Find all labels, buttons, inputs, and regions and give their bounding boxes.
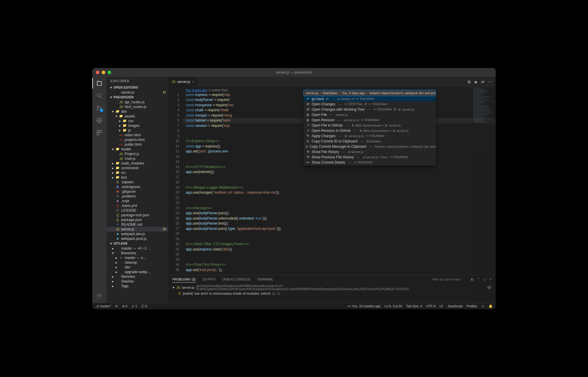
gitlens-section[interactable]: ▾GITLENS bbox=[106, 241, 168, 246]
code-line[interactable] bbox=[183, 200, 496, 206]
status-formatter[interactable]: Prettier bbox=[467, 304, 477, 308]
maximize-window-button[interactable] bbox=[108, 71, 111, 74]
dropdown-item[interactable]: 🗎Open File—server.js bbox=[303, 112, 436, 117]
minimize-window-button[interactable] bbox=[102, 71, 105, 74]
tree-item[interactable]: ▸📁test bbox=[106, 175, 168, 180]
tree-item[interactable]: JShtml_routes.js bbox=[106, 104, 168, 109]
tree-item[interactable]: ▾📁assets bbox=[106, 114, 168, 119]
settings-icon[interactable] bbox=[96, 292, 103, 299]
tab-debug-console[interactable]: DEBUG CONSOLE bbox=[222, 276, 250, 282]
close-window-button[interactable] bbox=[96, 71, 99, 74]
code-line[interactable] bbox=[183, 231, 496, 237]
tree-item[interactable]: ▸📁js bbox=[106, 128, 168, 133]
tree-item[interactable]: ▸cleanup bbox=[106, 260, 168, 265]
dropdown-item[interactable]: ✎Apply Changes—🗎 server.js in ⊷ 83a3ddae bbox=[303, 133, 436, 139]
tree-item[interactable]: ▸upgrade-webp… bbox=[106, 270, 168, 274]
tree-item[interactable]: ▸Stashes bbox=[106, 279, 168, 284]
code-line[interactable]: //===Static Files, CSS,Images,Fonts=== bbox=[183, 242, 496, 247]
split-editor-icon[interactable]: ⧉ bbox=[468, 79, 471, 84]
code-line[interactable] bbox=[183, 180, 496, 185]
code-line[interactable] bbox=[183, 237, 496, 242]
tree-item[interactable]: JSProject.js bbox=[106, 152, 168, 156]
dropdown-item[interactable]: ↗Open File in GitHub—🗎 Alek-S/pseudozen … bbox=[303, 123, 436, 128]
dropdown-item[interactable]: ↩go back ↩—to details of ⊷ 83a3ddae bbox=[303, 96, 436, 102]
code-line[interactable]: app.use(morgan(':method :url :status - :… bbox=[183, 190, 496, 195]
command-picker-input[interactable]: server.js• 83a3ddae• You, 6 days ago• ba… bbox=[303, 90, 436, 96]
tree-item[interactable]: ◆.gitignore bbox=[106, 189, 168, 194]
tree-item[interactable]: JSapi_routes.js bbox=[106, 100, 168, 104]
tree-item[interactable]: ▸📁node_modules bbox=[106, 161, 168, 166]
code-line[interactable]: app.use(helmet()); bbox=[183, 170, 496, 175]
dropdown-item[interactable]: 🗎Open Revision—server.js in ⊷ 83a3ddae bbox=[303, 117, 436, 123]
tree-item[interactable]: ▾README.md bbox=[106, 222, 168, 227]
tree-item[interactable]: ⚙.prettierrc bbox=[106, 194, 168, 199]
tree-item[interactable]: ▾Branches bbox=[106, 251, 168, 255]
status-encoding[interactable]: UTF-8 bbox=[426, 304, 435, 308]
code-line[interactable]: //===Parsing=== bbox=[183, 206, 496, 211]
code-line[interactable]: //===Morgan Logger Middleware=== bbox=[183, 185, 496, 190]
close-tab-icon[interactable]: × bbox=[192, 80, 194, 84]
tree-item[interactable]: ▸dev bbox=[106, 265, 168, 270]
tree-item[interactable]: ◆webpack.dev.js bbox=[106, 232, 168, 236]
code-line[interactable]: app.use(bodyParser.text()); bbox=[183, 221, 496, 226]
dropdown-item[interactable]: ⟲Show Previous File History—of server.js… bbox=[303, 155, 436, 160]
dropdown-item[interactable]: ⎘Copy Commit ID to Clipboard—83a3ddae bbox=[303, 139, 436, 144]
scm-icon[interactable]: 1 bbox=[96, 104, 103, 112]
tree-item[interactable]: ◆.snyk bbox=[106, 199, 168, 203]
tree-item[interactable]: {}package-lock.json bbox=[106, 213, 168, 217]
extensions-icon[interactable] bbox=[96, 129, 103, 136]
tree-item[interactable]: ◆webpack.prod.js bbox=[106, 236, 168, 241]
status-branch[interactable]: ⎇ master* bbox=[95, 304, 111, 308]
dropdown-item[interactable]: ⊷Show Commit Details—⊷ 83a3ddae bbox=[303, 160, 436, 165]
status-position[interactable]: Ln 6, Col 34 bbox=[385, 304, 402, 308]
code-line[interactable] bbox=[183, 175, 496, 180]
problem-item[interactable]: ⊘ [eslint] 'use strict' is unnecessary i… bbox=[172, 291, 492, 296]
status-feedback-icon[interactable]: ☺ bbox=[481, 304, 485, 308]
diff-icon[interactable]: ◈ bbox=[474, 79, 477, 84]
code-line[interactable] bbox=[183, 257, 496, 263]
code-line[interactable]: app.use(bodyParser.json()); bbox=[183, 211, 496, 216]
open-editors-section[interactable]: ▾OPEN EDITORS bbox=[106, 85, 168, 90]
code-line[interactable]: app.set('trust proxy', 1); bbox=[183, 268, 496, 273]
status-info[interactable]: ⓘ 0 bbox=[141, 304, 147, 308]
explorer-icon[interactable] bbox=[96, 80, 103, 87]
status-bell-icon[interactable]: 🔔 bbox=[489, 304, 493, 308]
tree-item[interactable]: B.babelrc bbox=[106, 180, 168, 185]
status-blame[interactable]: ⊷ You, 10 months ago bbox=[348, 304, 380, 308]
tree-item[interactable]: ▸Tags bbox=[106, 284, 168, 288]
dropdown-item[interactable]: ⇄Open Changes with Working Tree—⊷ 83a3dd… bbox=[303, 107, 436, 112]
dropdown-item[interactable]: ⎘Copy Commit Message to Clipboard—babelr… bbox=[303, 144, 436, 149]
minimap[interactable] bbox=[472, 87, 496, 303]
tab-problems[interactable]: PROBLEMS1 bbox=[172, 276, 196, 283]
code-line[interactable]: app.use(bodyParser.urlencoded({ extended… bbox=[183, 216, 496, 221]
status-errors[interactable]: ⊘ 0 bbox=[122, 304, 127, 308]
tree-item[interactable]: <>index.html bbox=[106, 133, 168, 137]
tree-item[interactable]: {}.travis.yml bbox=[106, 203, 168, 208]
search-icon[interactable] bbox=[96, 92, 103, 99]
panel-filter-input[interactable] bbox=[432, 278, 465, 281]
code-line[interactable]: //===Trust First Proxy=== bbox=[183, 262, 496, 268]
status-language[interactable]: JavaScript bbox=[447, 304, 462, 308]
tree-item[interactable]: ▾📁model bbox=[106, 147, 168, 152]
code-line[interactable]: app.use(bodyParser.json({ type: 'applica… bbox=[183, 226, 496, 232]
code-line[interactable] bbox=[183, 252, 496, 257]
problem-file[interactable]: ▾ JS server.js git:/Users/noradbase/Drop… bbox=[172, 284, 492, 291]
codelens[interactable]: You, 6 days ago | 1 author (You) bbox=[186, 88, 228, 93]
status-warnings[interactable]: ⚠ 1 bbox=[131, 304, 137, 308]
tree-item[interactable]: ◉.eslintignore bbox=[106, 185, 168, 189]
tree-item[interactable]: ▸✓master ↔ o… bbox=[106, 255, 168, 260]
code-line[interactable] bbox=[183, 195, 496, 201]
status-sync[interactable]: ⟳ bbox=[115, 304, 118, 308]
tree-item[interactable]: ▸📁css bbox=[106, 119, 168, 123]
tree-item[interactable]: server.jsM bbox=[106, 90, 168, 95]
tree-item[interactable]: ▸master ↔ +0 ~1 … bbox=[106, 246, 168, 251]
dropdown-item[interactable]: ⇄Open Changes—⊷ 323575ac ⇄ ⊷ 83a3ddae bbox=[303, 102, 436, 107]
debug-icon[interactable] bbox=[96, 117, 103, 124]
dropdown-item[interactable]: ⟲Show File History—of server.js bbox=[303, 149, 436, 155]
tree-item[interactable]: ▸📁images bbox=[106, 123, 168, 128]
tree-item[interactable]: JSUser.js bbox=[106, 156, 168, 161]
code-line[interactable]: app.use(express.static('dist')); bbox=[183, 247, 496, 252]
tree-item[interactable]: <>projects.html bbox=[106, 137, 168, 142]
tab-output[interactable]: OUTPUT bbox=[203, 276, 216, 282]
tab-server-js[interactable]: JS server.js × bbox=[168, 77, 198, 87]
